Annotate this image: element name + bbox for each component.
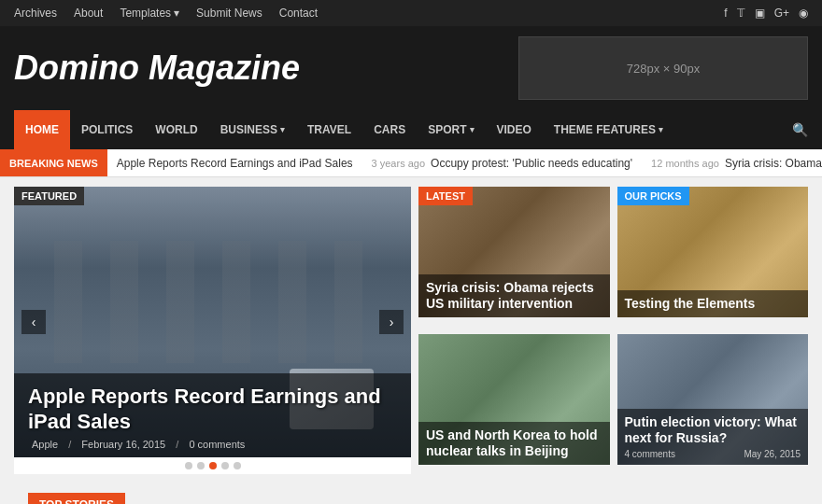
instagram-icon[interactable]: ▣ — [755, 7, 765, 20]
ticker-time-3: 12 months ago — [651, 158, 719, 169]
our-picks-badge: OUR PICKS — [617, 187, 689, 205]
nav-home[interactable]: HOME — [14, 110, 70, 149]
site-header: Domino Magazine 728px × 90px — [0, 26, 822, 110]
nuclear-talks-caption: US and North Korea to hold nuclear talks… — [418, 422, 610, 465]
featured-title: Apple Reports Record Earnings and iPad S… — [28, 385, 397, 434]
slider-dot-1[interactable] — [185, 462, 192, 469]
right-sections: LATEST Syria crisis: Obama rejects US mi… — [418, 187, 808, 474]
business-arrow: ▾ — [280, 125, 285, 134]
putin-title: Putin election victory: What next for Ru… — [625, 414, 801, 446]
rss-icon[interactable]: ◉ — [799, 7, 808, 20]
submit-news-link[interactable]: Submit News — [196, 7, 262, 20]
top-bar: Archives About Templates ▾ Submit News C… — [0, 0, 822, 26]
featured-badge: FEATURED — [14, 187, 84, 205]
search-icon[interactable]: 🔍 — [792, 122, 808, 137]
main-content: FEATURED Apple Reports Record Earnings a… — [0, 177, 822, 483]
slider-dots — [14, 457, 411, 474]
ticker-item-3: 12 months ago Syria crisis: Obama reject… — [651, 157, 822, 170]
site-title[interactable]: Domino Magazine — [14, 49, 300, 88]
featured-section: FEATURED Apple Reports Record Earnings a… — [14, 187, 411, 474]
top-bar-nav: Archives About Templates ▾ Submit News C… — [14, 7, 318, 20]
slider-next-button[interactable]: › — [379, 310, 404, 334]
ad-banner: 728px × 90px — [518, 36, 808, 100]
latest-card[interactable]: LATEST Syria crisis: Obama rejects US mi… — [418, 187, 610, 317]
slider-dot-5[interactable] — [234, 462, 241, 469]
putin-comments: 4 comments — [625, 449, 675, 459]
ticker-item-1: Apple Reports Record Earnings and iPad S… — [117, 157, 353, 170]
ticker-time-2: 3 years ago — [372, 158, 425, 169]
nav-theme-features[interactable]: THEME FEATURES ▾ — [543, 110, 674, 149]
top-stories-bar: TOP STORIES — [28, 493, 125, 504]
our-picks-caption: Testing the Elements — [617, 290, 809, 317]
templates-link[interactable]: Templates — [120, 7, 171, 20]
top-right-row: LATEST Syria crisis: Obama rejects US mi… — [418, 187, 808, 327]
featured-date: February 16, 2015 — [81, 439, 165, 450]
about-link[interactable]: About — [74, 7, 103, 20]
bottom-right-row: US and North Korea to hold nuclear talks… — [418, 334, 808, 474]
archives-link[interactable]: Archives — [14, 7, 57, 20]
top-stories-container: TOP STORIES — [0, 483, 822, 504]
featured-source: Apple — [32, 439, 58, 450]
nav-cars[interactable]: CARS — [362, 110, 417, 149]
nuclear-talks-card[interactable]: US and North Korea to hold nuclear talks… — [418, 334, 610, 465]
our-picks-title: Testing the Elements — [625, 296, 801, 312]
putin-meta: 4 comments May 26, 2015 — [625, 449, 801, 459]
nav-business[interactable]: BUSINESS ▾ — [209, 110, 296, 149]
ticker-text-2: Occupy protest: 'Public needs educating' — [431, 157, 632, 170]
featured-slider: FEATURED Apple Reports Record Earnings a… — [14, 187, 411, 457]
slider-dot-4[interactable] — [221, 462, 229, 469]
breaking-news-ticker: Apple Reports Record Earnings and iPad S… — [107, 157, 822, 170]
googleplus-icon[interactable]: G+ — [774, 7, 789, 20]
latest-caption: Syria crisis: Obama rejects US military … — [418, 274, 610, 317]
twitter-icon[interactable]: 𝕋 — [737, 7, 745, 20]
featured-meta: Apple / February 16, 2015 / 0 comments — [28, 439, 397, 450]
nav-sport[interactable]: SPORT ▾ — [417, 110, 485, 149]
nav-travel[interactable]: TRAVEL — [296, 110, 362, 149]
airplane-rows — [54, 241, 372, 363]
ticker-text-3: Syria crisis: Obama rejects US military … — [725, 157, 822, 170]
contact-link[interactable]: Contact — [279, 7, 318, 20]
templates-dropdown[interactable]: Templates ▾ — [120, 7, 179, 20]
slider-dot-2[interactable] — [197, 462, 205, 469]
nav-video[interactable]: VIDEO — [486, 110, 543, 149]
breaking-news-label: BREAKING NEWS — [0, 149, 107, 176]
social-links: f 𝕋 ▣ G+ ◉ — [724, 7, 808, 20]
featured-caption: Apple Reports Record Earnings and iPad S… — [14, 373, 411, 457]
sport-arrow: ▾ — [470, 125, 475, 134]
latest-badge: LATEST — [418, 187, 473, 205]
breaking-news-bar: BREAKING NEWS Apple Reports Record Earni… — [0, 149, 822, 177]
slider-prev-button[interactable]: ‹ — [21, 310, 46, 334]
our-picks-card[interactable]: OUR PICKS Testing the Elements — [617, 187, 809, 317]
nuclear-talks-title: US and North Korea to hold nuclear talks… — [426, 427, 602, 459]
featured-comments: 0 comments — [189, 439, 245, 450]
putin-date: May 26, 2015 — [744, 449, 801, 459]
putin-caption: Putin election victory: What next for Ru… — [617, 409, 809, 465]
main-nav: HOME POLITICS WORLD BUSINESS ▾ TRAVEL CA… — [0, 110, 822, 149]
theme-features-arrow: ▾ — [659, 125, 663, 134]
templates-arrow: ▾ — [174, 7, 179, 20]
latest-title: Syria crisis: Obama rejects US military … — [426, 280, 602, 312]
ticker-text-1: Apple Reports Record Earnings and iPad S… — [117, 157, 353, 170]
slider-dot-3[interactable] — [209, 462, 217, 469]
ticker-item-2: 3 years ago Occupy protest: 'Public need… — [372, 157, 633, 170]
nav-world[interactable]: WORLD — [144, 110, 208, 149]
putin-card[interactable]: Putin election victory: What next for Ru… — [617, 334, 809, 465]
facebook-icon[interactable]: f — [724, 7, 727, 20]
nav-politics[interactable]: POLITICS — [70, 110, 144, 149]
